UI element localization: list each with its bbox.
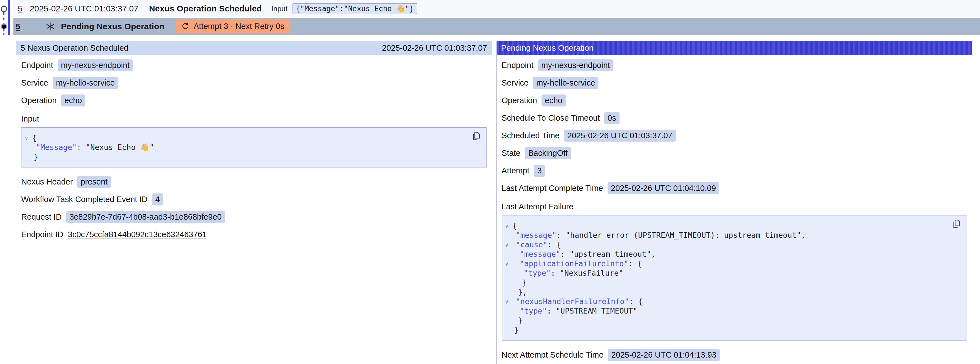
json-key: "Message" (36, 143, 76, 152)
event-id-link[interactable]: 5 (16, 22, 20, 31)
pending-operation-panel: Pending Nexus Operation Endpointmy-nexus… (496, 41, 972, 364)
field-label: Request ID (21, 212, 62, 222)
timeline-current-marker (1, 23, 7, 30)
collapse-chevron-icon[interactable]: ∨ (505, 297, 512, 306)
json-key: "message" (520, 250, 560, 259)
field-label: Service (21, 78, 48, 88)
json-line-text: "Message": "Nexus Echo 👋" (32, 143, 154, 152)
field-value-badge: present (77, 176, 111, 188)
field-value-badge: 3e829b7e-7d67-4b08-aad3-b1e868bfe9e0 (66, 211, 225, 223)
scheduled-panel-title: 5 Nexus Operation Scheduled (21, 43, 129, 53)
json-key: "message" (516, 231, 557, 239)
json-code-line: } (25, 152, 467, 162)
timeline-open-marker (1, 6, 7, 12)
event-id-link[interactable]: 5 (18, 4, 22, 13)
json-line-text: }, (512, 287, 527, 297)
event-input-label: Input (271, 5, 288, 13)
json-gutter (505, 230, 512, 240)
retry-icon (181, 22, 190, 31)
json-line-text: } (512, 325, 519, 335)
json-code-line: "message": "upstream timeout", (505, 249, 947, 259)
copy-icon[interactable] (471, 131, 481, 142)
json-code-line: } (505, 325, 947, 335)
field-row: Attempt3 (502, 162, 967, 179)
field-label: Schedule To Close Timeout (502, 113, 600, 123)
json-gutter (505, 287, 512, 297)
field-value-badge: 2025-02-26 UTC 01:03:37.07 (564, 129, 676, 142)
field-row: StateBackingOff (502, 144, 967, 162)
collapse-chevron-icon[interactable]: ∨ (25, 133, 32, 143)
json-code-line: "type": "NexusFailure" (505, 268, 947, 278)
json-plain: : "upstream timeout", (560, 250, 655, 259)
scheduled-fields-after: Nexus HeaderpresentWorkflow Task Complet… (21, 173, 487, 243)
field-label: Endpoint (21, 61, 53, 70)
json-plain: : "UPSTREAM_TIMEOUT" (547, 307, 637, 315)
json-code-line: ∨"cause": { (505, 240, 947, 249)
field-label: Next Attempt Schedule Time (502, 350, 604, 359)
field-row: Operationecho (21, 92, 487, 109)
field-value-link[interactable]: 3c0c75ccfa8144b092c13ce632463761 (68, 230, 207, 239)
event-history-row-scheduled[interactable]: 5 2025-02-26 UTC 01:03:37.07 Nexus Opera… (13, 0, 980, 17)
event-timestamp: 2025-02-26 UTC 01:03:37.07 (30, 4, 138, 13)
json-line-text: } (32, 152, 38, 162)
field-label: Operation (21, 96, 57, 105)
field-row: Nexus Headerpresent (21, 173, 487, 191)
event-input-preview-chip: {"Message":"Nexus Echo 👋"} (293, 3, 417, 14)
json-line-text: "nexusHandlerFailureInfo": { (512, 297, 643, 306)
field-value-badge: my-nexus-endpoint (538, 59, 613, 71)
json-key: "applicationFailureInfo" (520, 259, 628, 268)
json-key: "nexusHandlerFailureInfo" (516, 297, 629, 306)
json-plain: { (32, 134, 37, 142)
json-plain: : { (547, 240, 561, 249)
field-value-badge: 2025-02-26 UTC 01:04:10.09 (608, 182, 719, 194)
copy-icon[interactable] (951, 219, 962, 229)
json-line-text: "message": "handler error (UPSTREAM_TIME… (512, 230, 806, 240)
json-line-text: "applicationFailureInfo": { (512, 259, 642, 268)
scheduled-fields: Endpointmy-nexus-endpointServicemy-hello… (21, 57, 487, 109)
field-row: Request ID3e829b7e-7d67-4b08-aad3-b1e868… (21, 208, 487, 226)
field-row: Next Attempt Schedule Time2025-02-26 UTC… (502, 346, 967, 364)
scheduled-panel-time: 2025-02-26 UTC 01:03:37.07 (382, 43, 487, 53)
field-row: Last Attempt Complete Time2025-02-26 UTC… (502, 179, 967, 197)
collapse-chevron-icon[interactable]: ∨ (505, 259, 512, 268)
input-json-block: ∨{"Message": "Nexus Echo 👋"} (21, 127, 487, 168)
field-value-badge: 2025-02-26 UTC 01:04:13.93 (608, 349, 719, 361)
field-value-badge: 3 (534, 165, 545, 177)
pending-asterisk-icon (45, 22, 55, 31)
field-row: Workflow Task Completed Event ID4 (21, 191, 487, 208)
retry-status-badge: Attempt 3 · Next Retry 0s (175, 19, 290, 33)
json-plain: : "NexusFailure" (551, 269, 623, 277)
event-history-row-pending[interactable]: 5 Pending Nexus Operation Attempt 3 · Ne… (13, 18, 980, 35)
json-line-text: "type": "NexusFailure" (512, 268, 624, 278)
collapse-chevron-icon[interactable]: ∨ (505, 240, 512, 249)
json-plain: { (512, 221, 517, 230)
pending-fields-after: Next Attempt Schedule Time2025-02-26 UTC… (502, 346, 967, 364)
field-value-badge: echo (541, 94, 566, 107)
field-value-badge: my-nexus-endpoint (58, 59, 133, 71)
collapse-chevron-icon[interactable]: ∨ (505, 221, 512, 230)
field-value-badge: my-hello-service (533, 77, 598, 89)
field-row: Endpointmy-nexus-endpoint (502, 57, 967, 74)
json-plain: : { (629, 297, 643, 306)
retry-badge-text: Attempt 3 · Next Retry 0s (194, 22, 285, 31)
json-gutter (505, 278, 512, 287)
field-value-badge: 0s (604, 112, 619, 124)
json-code-line: } (505, 316, 947, 325)
field-row: Servicemy-hello-service (21, 74, 487, 92)
failure-section-label: Last Attempt Failure (502, 201, 967, 212)
json-gutter (505, 306, 512, 316)
json-code-line: ∨{ (25, 133, 467, 143)
input-section-label: Input (21, 113, 487, 124)
field-value-badge: echo (61, 94, 85, 107)
field-value-badge: BackingOff (525, 147, 571, 159)
field-row: Schedule To Close Timeout0s (502, 109, 967, 127)
event-title: Nexus Operation Scheduled (149, 4, 262, 13)
field-label: Scheduled Time (502, 131, 560, 140)
json-gutter (25, 143, 32, 152)
field-value-badge: my-hello-service (52, 77, 118, 89)
field-row: Scheduled Time2025-02-26 UTC 01:03:37.07 (502, 127, 967, 144)
json-gutter (505, 325, 512, 335)
timeline-active-bar (8, 0, 10, 35)
json-gutter (505, 268, 512, 278)
field-label: Workflow Task Completed Event ID (21, 195, 147, 204)
